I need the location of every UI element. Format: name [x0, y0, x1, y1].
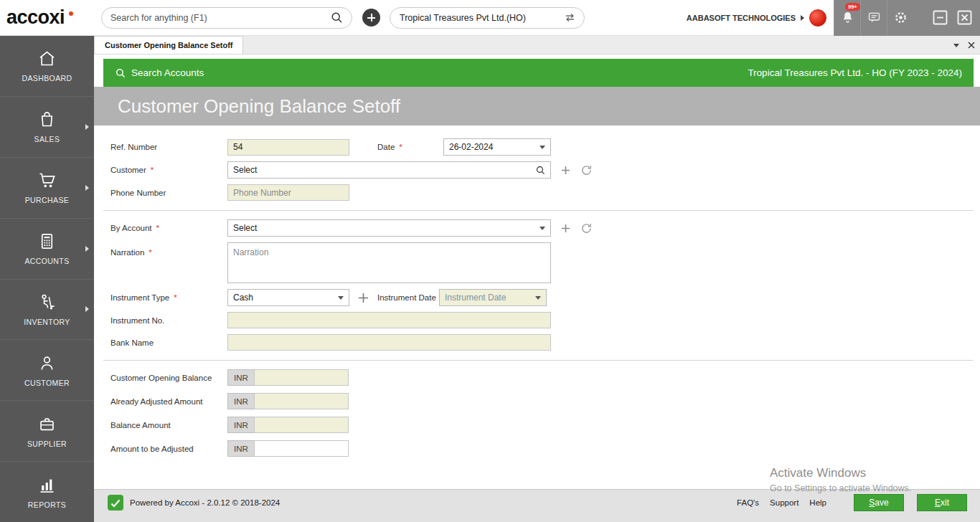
- sidebar-label: SALES: [34, 135, 60, 143]
- by-account-value: Select: [233, 223, 257, 233]
- minimize-button[interactable]: [933, 10, 948, 25]
- global-search-input[interactable]: [102, 13, 330, 23]
- section-divider: [103, 360, 974, 361]
- chevron-down-icon: [540, 227, 545, 230]
- instrument-type-select[interactable]: Cash: [227, 289, 349, 306]
- sidebar-item-purchase[interactable]: PURCHASE: [0, 158, 94, 219]
- company-selector[interactable]: Tropical Treasures Pvt Ltd.(HO): [390, 7, 585, 29]
- quick-add-button[interactable]: [362, 9, 380, 27]
- required-asterisk: *: [174, 293, 176, 302]
- ref-number-input[interactable]: [227, 139, 349, 156]
- tab-bar: Customer Opening Balance Setoff: [94, 36, 980, 54]
- bank-name-row: Bank Name: [103, 334, 974, 351]
- close-button[interactable]: [957, 10, 972, 25]
- expand-arrow-icon: [85, 246, 89, 252]
- sidebar-item-supplier[interactable]: SUPPLIER: [0, 401, 94, 462]
- date-select[interactable]: 26-02-2024: [443, 138, 551, 156]
- purchase-cart-icon: [37, 171, 57, 190]
- sidebar-item-sales[interactable]: SALES: [0, 97, 94, 158]
- sidebar-item-reports[interactable]: REPORTS: [0, 462, 94, 522]
- switch-company-icon[interactable]: [563, 11, 577, 24]
- opening-balance-input[interactable]: [254, 369, 349, 386]
- required-asterisk: *: [399, 143, 402, 151]
- global-search[interactable]: [101, 7, 352, 29]
- instrument-no-input[interactable]: [227, 312, 551, 328]
- footer-bar: Powered by Accoxi - 2.0.12 © 2018-2024 F…: [94, 489, 980, 522]
- search-icon[interactable]: [535, 165, 546, 176]
- gear-icon: [893, 10, 908, 25]
- amount-to-adjust-row: Amount to be Adjusted INR: [103, 440, 974, 457]
- messages-button[interactable]: [860, 0, 887, 36]
- app-logo[interactable]: accoxi: [0, 6, 94, 29]
- ref-date-row: Ref. Number Date* 26-02-2024: [103, 138, 974, 156]
- add-account-button[interactable]: [559, 222, 573, 235]
- sidebar-label: CUSTOMER: [24, 379, 70, 387]
- required-asterisk: *: [156, 224, 159, 232]
- help-link[interactable]: Help: [809, 498, 826, 507]
- adjusted-amount-row: Already Adjusted Amount INR: [103, 393, 974, 409]
- notifications-button[interactable]: 99+: [834, 0, 860, 36]
- search-accounts-button[interactable]: Search Accounts: [115, 67, 204, 79]
- opening-balance-row: Customer Opening Balance INR: [103, 369, 974, 386]
- add-customer-button[interactable]: [559, 163, 573, 177]
- company-selector-value: Tropical Treasures Pvt Ltd.(HO): [400, 13, 526, 23]
- add-instrument-button[interactable]: [356, 290, 371, 305]
- app-window: accoxi Tropical Treasures Pvt Ltd.(HO) A…: [0, 0, 980, 522]
- sidebar-item-customer[interactable]: CUSTOMER: [0, 340, 94, 401]
- expand-arrow-icon: [85, 185, 89, 191]
- by-account-select[interactable]: Select: [227, 219, 551, 237]
- company-fiscal-year: Tropical Treasures Pvt Ltd. - HO (FY 202…: [748, 67, 962, 78]
- currency-prefix: INR: [227, 393, 255, 409]
- page-title: Customer Opening Balance Setoff: [94, 87, 980, 125]
- exit-button[interactable]: Exit: [917, 494, 967, 511]
- main-area: Customer Opening Balance Setoff: [94, 36, 980, 522]
- chat-icon: [867, 10, 882, 25]
- customer-row: Customer* Select: [103, 161, 974, 179]
- by-account-row: By Account* Select: [103, 219, 974, 237]
- settings-button[interactable]: [887, 0, 913, 36]
- instrument-type-row: Instrument Type* Cash Instrument: [103, 289, 974, 306]
- reports-chart-icon: [37, 475, 57, 495]
- footer-links: FAQ's Support Help: [737, 498, 826, 507]
- phone-label: Phone Number: [110, 189, 227, 197]
- tab-title: Customer Opening Balance Setoff: [105, 41, 232, 49]
- support-link[interactable]: Support: [770, 498, 798, 507]
- search-icon[interactable]: [330, 11, 344, 24]
- topbar-icon-panel: 99+: [834, 0, 980, 36]
- accounts-calculator-icon: [37, 232, 57, 251]
- sidebar-item-accounts[interactable]: ACCOUNTS: [0, 219, 94, 280]
- refresh-accounts-button[interactable]: [580, 222, 593, 234]
- page-content: Search Accounts Tropical Treasures Pvt L…: [94, 54, 980, 489]
- customer-select[interactable]: Select: [227, 161, 551, 179]
- required-asterisk: *: [151, 166, 154, 174]
- narration-label: Narration*: [110, 242, 227, 257]
- section-divider: [103, 210, 974, 211]
- instrument-no-row: Instrument No.: [103, 312, 974, 328]
- save-button[interactable]: Save: [854, 494, 904, 511]
- bank-name-input[interactable]: [227, 334, 551, 351]
- refresh-customers-button[interactable]: [580, 164, 593, 176]
- instrument-type-value: Cash: [233, 293, 253, 303]
- faqs-link[interactable]: FAQ's: [737, 498, 759, 507]
- instrument-date-select[interactable]: Instrument Date: [439, 289, 547, 306]
- customer-value: Select: [233, 165, 257, 175]
- tab-customer-opening-balance-setoff[interactable]: Customer Opening Balance Setoff: [94, 36, 243, 54]
- tab-list-dropdown-icon[interactable]: [953, 44, 959, 47]
- amount-to-adjust-input[interactable]: [254, 440, 349, 457]
- sidebar: DASHBOARD SALES PURCHASE: [0, 36, 94, 522]
- tab-close-icon[interactable]: [968, 42, 975, 49]
- required-asterisk: *: [149, 248, 151, 257]
- accounts-header-bar: Search Accounts Tropical Treasures Pvt L…: [103, 59, 974, 87]
- search-icon: [115, 67, 126, 79]
- narration-textarea[interactable]: [227, 242, 551, 283]
- customer-person-icon: [37, 353, 57, 373]
- balance-amount-input[interactable]: [254, 417, 349, 433]
- sidebar-label: ACCOUNTS: [24, 257, 69, 265]
- sidebar-item-inventory[interactable]: INVENTORY: [0, 280, 94, 341]
- phone-input[interactable]: [227, 184, 349, 201]
- sidebar-item-dashboard[interactable]: DASHBOARD: [0, 36, 94, 97]
- currency-prefix: INR: [227, 417, 255, 433]
- adjusted-amount-input[interactable]: [254, 393, 349, 409]
- refresh-icon: [580, 164, 593, 176]
- organization-menu[interactable]: AABASOFT TECHNOLOGIES: [687, 9, 826, 27]
